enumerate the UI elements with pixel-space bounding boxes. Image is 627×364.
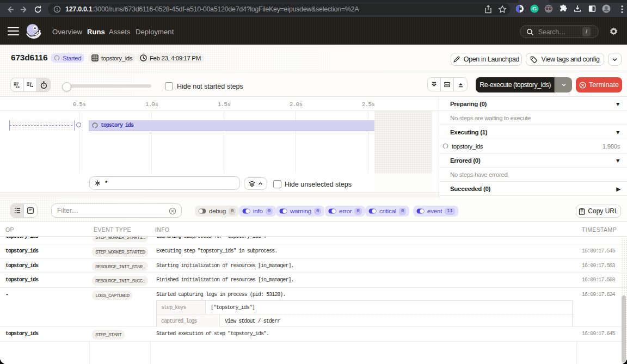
svg-text:G: G — [532, 5, 537, 11]
